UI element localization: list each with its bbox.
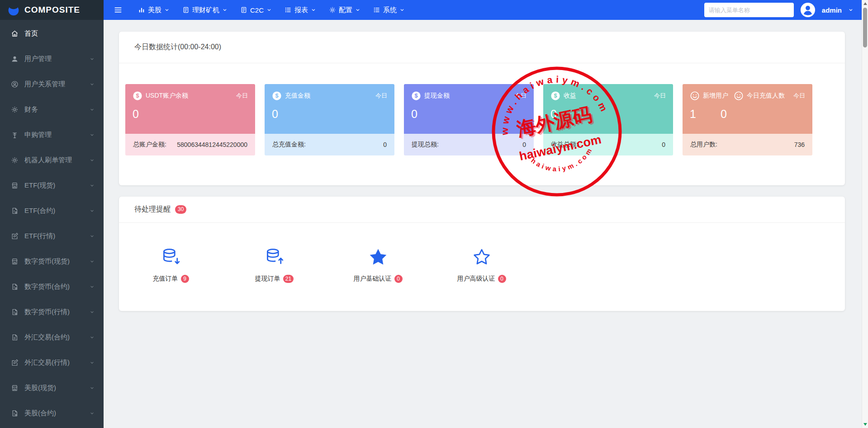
sidebar-item-label: 数字货币(行情) bbox=[24, 308, 90, 316]
sidebar-item-crypto-quotes[interactable]: 数字货币(行情) bbox=[0, 299, 104, 325]
sidebar-item-forex-contract[interactable]: 外汇交易(合约) bbox=[0, 325, 104, 350]
sidebar-item-label: 美股(现货) bbox=[24, 384, 90, 392]
scrollbar-up-button[interactable] bbox=[862, 0, 868, 7]
stat-card: 新增用户今日充值人数今日 10 总用户数: 736 bbox=[683, 84, 812, 155]
brand-logo: COMPOSITE bbox=[0, 0, 104, 20]
card-title-label: 新增用户 bbox=[703, 92, 728, 100]
store-icon bbox=[11, 384, 19, 392]
card-value: 0 bbox=[550, 108, 557, 121]
chart-bar-icon bbox=[138, 6, 145, 14]
svg-text:$: $ bbox=[554, 92, 557, 99]
store-icon bbox=[11, 182, 19, 189]
sidebar-item-etf-spot[interactable]: ETF(现货) bbox=[0, 173, 104, 198]
card-footer-value: 0 bbox=[383, 141, 387, 148]
chevron-down-icon bbox=[90, 310, 95, 315]
username[interactable]: admin bbox=[822, 6, 842, 14]
card-value: 0 bbox=[272, 108, 278, 121]
sidebar-item-home[interactable]: 首页 bbox=[0, 21, 104, 46]
reminder-item-basic-kyc[interactable]: 用户基础认证 0 bbox=[326, 247, 430, 283]
search-input[interactable] bbox=[709, 7, 788, 14]
nav-item-reports[interactable]: 报表 bbox=[278, 0, 323, 20]
sidebar-item-label: ETF(现货) bbox=[24, 181, 90, 190]
sidebar-item-forex-quotes[interactable]: 外汇交易(行情) bbox=[0, 350, 104, 375]
card-values: 0 bbox=[133, 108, 248, 121]
chevron-down-icon bbox=[90, 259, 95, 264]
today-stats-panel: 今日数据统计(00:00-24:00) $USDT账户余额今日 0 总账户金额:… bbox=[119, 32, 845, 185]
dollar-circle-icon: $ bbox=[411, 91, 421, 101]
card-title: $充值金额 bbox=[272, 91, 310, 101]
user-icon bbox=[11, 55, 19, 63]
dollar-circle-icon: $ bbox=[550, 91, 560, 101]
nav-item-wealth-miner[interactable]: 理财矿机 bbox=[176, 0, 234, 20]
file-sql-icon bbox=[11, 283, 19, 291]
reminder-item-withdraw-orders[interactable]: 提现订单 21 bbox=[223, 247, 326, 283]
card-footer-value: 0 bbox=[662, 141, 665, 148]
sidebar-item-user-relations[interactable]: 用户关系管理 bbox=[0, 71, 104, 97]
page-scrollbar[interactable] bbox=[862, 0, 868, 428]
sidebar-item-robot-orders[interactable]: 机器人刷单管理 bbox=[0, 147, 104, 173]
stat-card: $充值金额今日 0 总充值金额: 0 bbox=[265, 84, 394, 155]
nav-item-label: 系统 bbox=[383, 6, 397, 14]
card-title: $收益 bbox=[550, 91, 576, 101]
gear-icon bbox=[11, 106, 19, 113]
chevron-down-icon bbox=[355, 7, 360, 13]
card-period-tag: 今日 bbox=[375, 92, 387, 100]
search-icon[interactable] bbox=[788, 7, 789, 14]
sidebar-item-us-stock-contract[interactable]: 美股(合约) bbox=[0, 400, 104, 426]
home-icon bbox=[11, 30, 19, 38]
sidebar-item-crypto-spot[interactable]: 数字货币(现货) bbox=[0, 249, 104, 274]
svg-text:$: $ bbox=[414, 92, 417, 99]
card-value: 0 bbox=[411, 108, 417, 121]
nav-item-label: 报表 bbox=[294, 6, 308, 14]
avatar-icon[interactable] bbox=[800, 2, 816, 18]
nav-item-us-stock[interactable]: 美股 bbox=[132, 0, 176, 20]
sidebar-item-crypto-contract[interactable]: 数字货币(合约) bbox=[0, 274, 104, 299]
scrollbar-down-button[interactable] bbox=[862, 421, 868, 428]
topbar-right: admin bbox=[704, 2, 862, 18]
sidebar-item-label: 数字货币(现货) bbox=[24, 257, 90, 266]
stat-card: $USDT账户余额今日 0 总账户金额: 5800634481244522000… bbox=[125, 84, 255, 155]
reminder-count-badge: 0 bbox=[394, 275, 403, 283]
file-sql-icon bbox=[11, 409, 19, 417]
chevron-down-icon bbox=[90, 335, 95, 340]
sidebar-item-etf-quotes[interactable]: ETF(行情) bbox=[0, 223, 104, 249]
nav-item-label: 配置 bbox=[339, 6, 352, 14]
chevron-down-icon bbox=[90, 386, 95, 390]
file-sql-icon bbox=[11, 207, 19, 215]
card-footer-value: 0 bbox=[522, 141, 526, 148]
sidebar-item-finance[interactable]: 财务 bbox=[0, 97, 104, 122]
edit-icon bbox=[11, 359, 19, 367]
card-footer-label: 提现总额: bbox=[412, 141, 439, 149]
nav-item-system[interactable]: 系统 bbox=[367, 0, 411, 20]
reminder-item-recharge-orders[interactable]: 充值订单 9 bbox=[119, 247, 223, 283]
svg-text:$: $ bbox=[136, 92, 139, 99]
sidebar-item-etf-contract[interactable]: ETF(合约) bbox=[0, 198, 104, 223]
sidebar-item-subscription[interactable]: 申购管理 bbox=[0, 122, 104, 147]
file-sql-icon bbox=[11, 308, 19, 316]
reminders-panel-header: 待处理提醒 30 bbox=[119, 197, 845, 223]
nav-item-config[interactable]: 配置 bbox=[323, 0, 367, 20]
card-values: 10 bbox=[690, 108, 805, 121]
sidebar-item-user-management[interactable]: 用户管理 bbox=[0, 46, 104, 71]
card-value: 0 bbox=[721, 108, 727, 121]
chevron-down-icon[interactable] bbox=[848, 7, 854, 13]
sidebar-item-us-stock-spot[interactable]: 美股(现货) bbox=[0, 375, 104, 400]
scrollbar-thumb[interactable] bbox=[863, 8, 867, 47]
nav-item-label: 美股 bbox=[148, 6, 161, 14]
sidebar-item-label: ETF(合约) bbox=[24, 207, 90, 215]
smiley-icon bbox=[734, 91, 744, 101]
reminder-item-advanced-kyc[interactable]: 用户高级认证 0 bbox=[430, 247, 533, 283]
card-period-tag: 今日 bbox=[654, 92, 666, 100]
sidebar-item-label: 首页 bbox=[24, 29, 95, 38]
card-footer-label: 收益总额: bbox=[551, 141, 578, 149]
card-title: $提现金额 bbox=[411, 91, 450, 101]
sidebar-item-label: ETF(行情) bbox=[24, 232, 90, 240]
sidebar-item-label: 用户关系管理 bbox=[24, 80, 90, 89]
hamburger-icon[interactable] bbox=[114, 5, 123, 14]
reminder-count-badge: 0 bbox=[498, 275, 506, 283]
chevron-down-icon bbox=[90, 132, 95, 137]
nav-item-c2c[interactable]: C2C bbox=[234, 0, 278, 20]
card-values: 0 bbox=[272, 108, 387, 121]
star-outline-icon bbox=[471, 247, 492, 267]
edit-icon bbox=[11, 232, 19, 240]
